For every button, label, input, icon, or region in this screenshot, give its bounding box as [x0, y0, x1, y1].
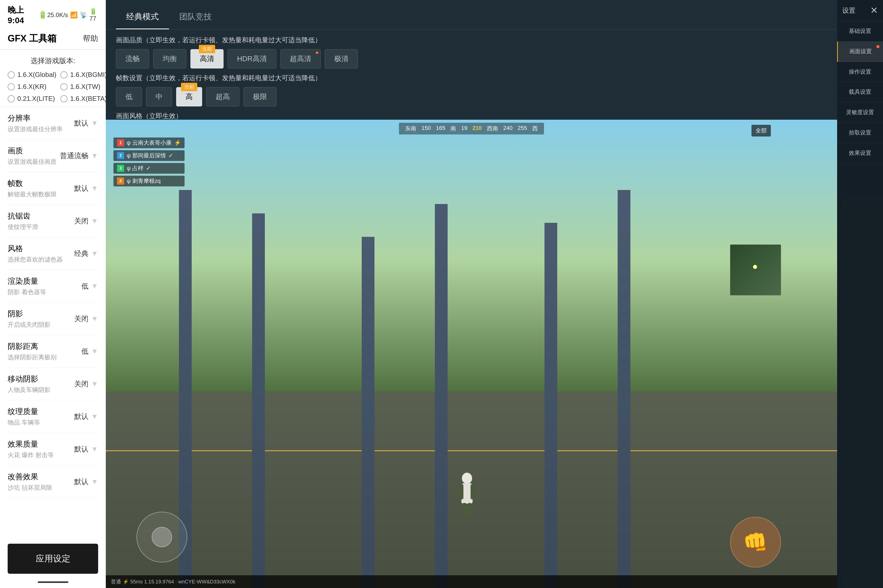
right-setting-vehicle[interactable]: 载具设置: [837, 82, 883, 102]
quality-btn-smooth[interactable]: 流畅: [116, 49, 149, 69]
rank-2: 2: [117, 152, 124, 159]
setting-resolution[interactable]: 分辨率 设置游戏最佳分辨率 默认 ▼: [8, 107, 98, 140]
version-item-global[interactable]: 1.6.X(Global): [8, 71, 56, 79]
setting-quality[interactable]: 画质 设置游戏最佳画质 普通流畅 ▼: [8, 140, 98, 172]
chevron-down-icon-9: ▼: [91, 380, 98, 388]
team-item-1: 1 ψ 云南大表哥小康 ⚡: [113, 138, 185, 148]
setting-anti-alias-name: 抗锯齿: [8, 211, 74, 221]
right-setting-pickup-label: 拾取设置: [849, 129, 871, 137]
radio-kr[interactable]: [8, 83, 15, 90]
setting-shadow-dist-value: 低: [81, 346, 89, 356]
player-character: [457, 472, 477, 518]
version-item-tw[interactable]: 1.6.X(TW): [60, 83, 107, 91]
setting-fps[interactable]: 帧数 解锁最大帧数极限 默认 ▼: [8, 172, 98, 205]
quality-btn-ultra[interactable]: 超高清: [280, 49, 321, 69]
version-item-kr[interactable]: 1.6.X(KR): [8, 83, 56, 91]
chevron-down-icon-8: ▼: [91, 347, 98, 356]
team-member-1: ψ 云南大表哥小康: [127, 139, 171, 147]
radio-beta[interactable]: [60, 95, 68, 102]
help-button[interactable]: 帮助: [83, 33, 98, 44]
fps-buttons: 低 中 当前 高 超高 极限: [116, 87, 827, 106]
setting-improve-desc: 沙坑 毡坏层局限: [8, 484, 74, 492]
quality-btn-hdr[interactable]: HDR高清: [228, 49, 276, 69]
setting-anti-alias-desc: 使纹理平滑: [8, 223, 74, 231]
team-member-3: ψ 占柈: [127, 165, 143, 172]
settings-content: 画面品质（立即生效，若运行卡顿、发热量和耗电量过大可适当降低） 流畅 均衡 当前…: [106, 30, 837, 120]
settings-tabs: 经典模式 团队竞技: [106, 0, 837, 30]
radio-global[interactable]: [8, 71, 15, 78]
version-label: 选择游戏版本:: [8, 56, 98, 66]
chevron-down-icon-7: ▼: [91, 315, 98, 323]
setting-shadow[interactable]: 阴影 开启或关闭阴影 关闭 ▼: [8, 303, 98, 335]
fps-btn-low[interactable]: 低: [116, 87, 142, 106]
left-panel: 晚上9:04 🔋 25.0K/s 📶 📡 🔋77 GFX 工具箱 帮助 选择游戏…: [0, 0, 106, 588]
radio-bgmi[interactable]: [60, 71, 68, 78]
setting-improve-value: 默认: [74, 477, 89, 487]
setting-anti-alias[interactable]: 抗锯齿 使纹理平滑 关闭 ▼: [8, 205, 98, 237]
main-area: 经典模式 团队竞技 画面品质（立即生效，若运行卡顿、发热量和耗电量过大可适当降低…: [106, 0, 883, 588]
right-setting-control[interactable]: 操作设置: [837, 62, 883, 82]
setting-mobile-shadow-value: 关闭: [74, 379, 89, 389]
fire-button[interactable]: 👊: [730, 517, 781, 568]
tab-classic-mode[interactable]: 经典模式: [116, 5, 169, 29]
quality-btn-balanced[interactable]: 均衡: [153, 49, 187, 69]
setting-fps-desc: 解锁最大帧数极限: [8, 190, 74, 198]
hud-bottom-text: 普通 ⚡ 55ms 1.15.19.9764 · wnCYE-WW&D33cWX…: [111, 578, 236, 585]
joystick-area[interactable]: [136, 512, 187, 562]
quality-btn-hd[interactable]: 当前 高清: [190, 49, 224, 69]
full-party-label: 全部: [751, 125, 771, 136]
setting-improve[interactable]: 改善效果 沙坑 毡坏层局限 默认 ▼: [8, 465, 98, 498]
minimap: [730, 244, 781, 296]
apply-button[interactable]: 应用设定: [8, 544, 98, 574]
quality-buttons: 流畅 均衡 当前 高清 HDR高清 超高清 极清: [116, 49, 827, 69]
version-item-bgmi[interactable]: 1.6.X(BGMI): [60, 71, 107, 79]
version-item-beta[interactable]: 1.6.X(BETA): [60, 95, 107, 103]
settings-panel-title: 设置: [842, 6, 856, 15]
battery-icon: 🔋77: [89, 8, 98, 22]
fps-btn-extreme[interactable]: 极限: [244, 87, 277, 106]
setting-texture[interactable]: 纹理质量 物品 车辆等 默认 ▼: [8, 400, 98, 433]
building-pillar-3: [362, 237, 375, 588]
radio-tw[interactable]: [60, 83, 68, 90]
setting-render-value: 低: [81, 281, 89, 291]
bottom-indicator: [0, 579, 106, 588]
fps-btn-high[interactable]: 当前 高: [176, 87, 202, 106]
right-setting-pickup[interactable]: 拾取设置: [837, 123, 883, 143]
right-setting-dot: [876, 45, 879, 48]
right-settings-panel: 设置 ✕ 基础设置 画面设置 操作设置 载具设置 灵敏度设置 拾取设置: [837, 0, 883, 588]
setting-render[interactable]: 渲染质量 阴影 着色器等 低 ▼: [8, 270, 98, 303]
tab-team-mode[interactable]: 团队竞技: [169, 5, 222, 29]
version-label-lite: 0.21.X(LITE): [17, 95, 55, 103]
version-item-lite[interactable]: 0.21.X(LITE): [8, 95, 56, 103]
setting-texture-value: 默认: [74, 412, 89, 422]
fire-icon: 👊: [743, 530, 768, 554]
setting-resolution-value: 默认: [74, 118, 89, 128]
fps-btn-mid[interactable]: 中: [146, 87, 172, 106]
chevron-down-icon-6: ▼: [91, 282, 98, 290]
quality-btn-extreme[interactable]: 极清: [325, 49, 358, 69]
version-label-beta: 1.6.X(BETA): [70, 95, 107, 103]
radio-lite[interactable]: [8, 95, 15, 102]
joystick-inner[interactable]: [152, 527, 172, 547]
setting-mobile-shadow[interactable]: 移动阴影 人物及车辆阴影 关闭 ▼: [8, 368, 98, 400]
joystick-outer[interactable]: [136, 512, 187, 562]
charging-icon: 🔋: [38, 11, 47, 19]
setting-texture-name: 纹理质量: [8, 406, 74, 417]
setting-shadow-dist[interactable]: 阴影距离 选择阴影距离极别 低 ▼: [8, 335, 98, 368]
team-member-4: ψ 刺青摩根zq: [127, 177, 161, 185]
right-setting-effects[interactable]: 效果设置: [837, 143, 883, 164]
close-settings-button[interactable]: ✕: [870, 5, 878, 16]
quality-section: 画面品质（立即生效，若运行卡顿、发热量和耗电量过大可适当降低） 流畅 均衡 当前…: [116, 36, 827, 69]
setting-effects-name: 效果质量: [8, 439, 74, 450]
version-label-tw: 1.6.X(TW): [70, 83, 100, 91]
game-scene: 👊 全部: [106, 120, 837, 588]
home-indicator: [38, 581, 68, 583]
building-pillar-6: [618, 190, 630, 588]
fps-btn-ultra[interactable]: 超高: [206, 87, 239, 106]
svg-rect-5: [468, 503, 472, 517]
setting-effects[interactable]: 效果质量 火花 爆炸 射击等 默认 ▼: [8, 433, 98, 465]
right-setting-display[interactable]: 画面设置: [837, 42, 883, 62]
setting-style[interactable]: 风格 选择您喜欢的滤色器 经典 ▼: [8, 237, 98, 270]
right-setting-sensitivity[interactable]: 灵敏度设置: [837, 102, 883, 123]
right-setting-basic[interactable]: 基础设置: [837, 21, 883, 42]
